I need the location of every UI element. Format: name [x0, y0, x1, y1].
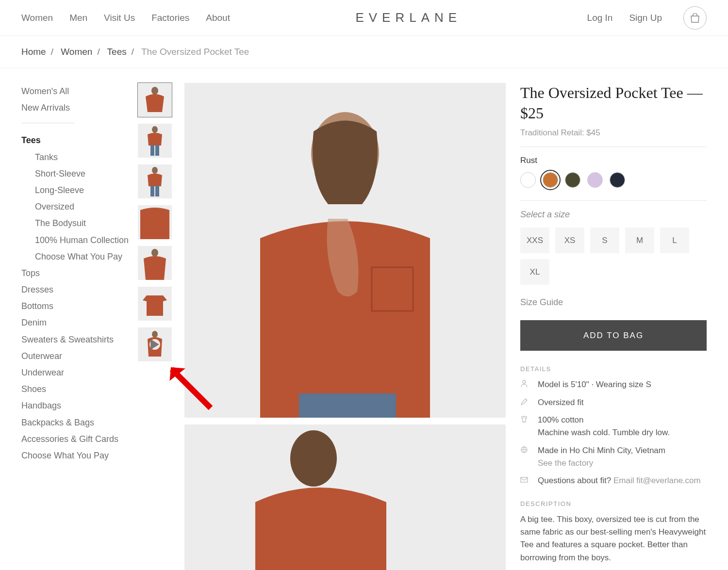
- svg-rect-19: [299, 393, 396, 418]
- size-l[interactable]: L: [660, 228, 689, 253]
- sidebar-outerwear[interactable]: Outerwear: [21, 348, 138, 364]
- nav-signup[interactable]: Sign Up: [629, 13, 662, 23]
- swatch-navy[interactable]: [610, 172, 625, 188]
- nav-about[interactable]: About: [206, 13, 230, 23]
- nav-left: Women Men Visit Us Factories About: [21, 13, 230, 23]
- sidebar-denim[interactable]: Denim: [21, 314, 138, 331]
- detail-model: Model is 5'10" · Wearing size S: [520, 378, 707, 391]
- main: Women's All New Arrivals Tees Tanks Shor…: [0, 68, 728, 570]
- sidebar-tops[interactable]: Tops: [21, 265, 138, 281]
- brand-logo[interactable]: EVERLANE: [355, 10, 462, 25]
- main-image-1[interactable]: [184, 83, 506, 418]
- svg-point-7: [152, 167, 158, 174]
- detail-questions: Questions about fit? Email fit@everlane.…: [520, 474, 707, 487]
- person-icon: [520, 378, 530, 391]
- svg-point-12: [151, 249, 158, 257]
- nav-visit[interactable]: Visit Us: [104, 13, 135, 23]
- sidebar-oversized[interactable]: Oversized: [21, 198, 138, 215]
- thumbnail-3[interactable]: [138, 164, 172, 198]
- sidebar-divider: [21, 123, 75, 123]
- swatch-lilac[interactable]: [587, 172, 603, 188]
- detail-material: 100% cottonMachine wash cold. Tumble dry…: [520, 414, 707, 440]
- add-to-bag-button[interactable]: ADD TO BAG: [520, 320, 707, 351]
- thumbnail-5[interactable]: [138, 246, 172, 280]
- sidebar-tanks[interactable]: Tanks: [21, 149, 138, 165]
- thumbnail-video[interactable]: [138, 327, 172, 361]
- crumb-tees[interactable]: Tees: [107, 47, 127, 57]
- size-selector: XXS XS S M L XL: [520, 228, 707, 285]
- email-link[interactable]: Email fit@everlane.com: [613, 476, 701, 485]
- nav-factories[interactable]: Factories: [151, 13, 189, 23]
- breadcrumb: Home/ Women/ Tees/ The Oversized Pocket …: [0, 36, 728, 68]
- main-image-stack: [184, 83, 506, 570]
- nav-men[interactable]: Men: [69, 13, 87, 23]
- crumb-women[interactable]: Women: [61, 47, 92, 57]
- size-m[interactable]: M: [625, 228, 654, 253]
- sidebar-sweaters[interactable]: Sweaters & Sweatshirts: [21, 331, 138, 348]
- factory-link[interactable]: See the factory: [538, 458, 593, 468]
- globe-icon: [520, 444, 530, 470]
- sidebar-bodysuit[interactable]: The Bodysuit: [21, 215, 138, 231]
- thumbnail-1[interactable]: [138, 83, 172, 117]
- details-heading: DETAILS: [520, 365, 707, 373]
- description-heading: DESCRIPTION: [520, 500, 707, 507]
- size-xs[interactable]: XS: [555, 228, 584, 253]
- svg-point-15: [152, 331, 158, 338]
- nav-women[interactable]: Women: [21, 13, 53, 23]
- nav-login[interactable]: Log In: [587, 13, 613, 23]
- thumbnail-4[interactable]: [138, 205, 172, 239]
- color-label: Rust: [520, 156, 707, 165]
- size-xl[interactable]: XL: [520, 259, 549, 285]
- thumbnail-2[interactable]: [138, 124, 172, 158]
- sidebar-handbags[interactable]: Handbags: [21, 397, 138, 414]
- size-s[interactable]: S: [590, 228, 619, 253]
- sidebar-bottoms[interactable]: Bottoms: [21, 298, 138, 314]
- size-xxs[interactable]: XXS: [520, 228, 549, 253]
- detail-fit-text: Oversized fit: [538, 396, 583, 409]
- shirt-icon: [520, 414, 530, 440]
- pencil-icon: [520, 396, 530, 409]
- crumb-home[interactable]: Home: [21, 47, 46, 57]
- sidebar-new-arrivals[interactable]: New Arrivals: [21, 99, 138, 116]
- sidebar-long-sleeve[interactable]: Long-Sleeve: [21, 182, 138, 198]
- sidebar: Women's All New Arrivals Tees Tanks Shor…: [21, 83, 138, 570]
- swatch-white[interactable]: [520, 172, 536, 188]
- detail-material-text: 100% cottonMachine wash cold. Tumble dry…: [538, 414, 670, 440]
- product-info: The Oversized Pocket Tee — $25 Tradition…: [520, 83, 707, 570]
- swatch-olive[interactable]: [565, 172, 580, 188]
- header: Women Men Visit Us Factories About EVERL…: [0, 0, 728, 36]
- size-prompt: Select a size: [520, 210, 707, 220]
- sidebar-underwear[interactable]: Underwear: [21, 364, 138, 381]
- swatch-rust[interactable]: [543, 172, 558, 188]
- thumbnail-6[interactable]: [138, 287, 172, 321]
- sidebar-accessories[interactable]: Accessories & Gift Cards: [21, 431, 138, 447]
- divider: [520, 147, 707, 147]
- divider: [520, 200, 707, 201]
- sidebar-womens-all[interactable]: Women's All: [21, 83, 138, 99]
- play-icon: [149, 339, 160, 350]
- detail-fit: Oversized fit: [520, 396, 707, 409]
- mail-icon: [520, 474, 530, 487]
- description-text: A big tee. This boxy, oversized tee is c…: [520, 513, 707, 564]
- sidebar-backpacks[interactable]: Backpacks & Bags: [21, 414, 138, 431]
- sidebar-100-human[interactable]: 100% Human Collection: [21, 232, 138, 248]
- retail-price: Traditional Retail: $45: [520, 128, 707, 138]
- detail-made: Made in Ho Chi Minh City, VietnamSee the…: [520, 444, 707, 470]
- main-image-2[interactable]: [184, 424, 506, 570]
- sidebar-short-sleeve[interactable]: Short-Sleeve: [21, 165, 138, 182]
- sidebar-cwyp[interactable]: Choose What You Pay: [21, 447, 138, 464]
- bag-icon[interactable]: [683, 6, 707, 30]
- svg-rect-9: [155, 186, 159, 196]
- svg-point-3: [152, 126, 158, 133]
- svg-point-21: [290, 430, 337, 487]
- size-guide-link[interactable]: Size Guide: [520, 297, 707, 308]
- crumb-current: The Oversized Pocket Tee: [141, 47, 249, 57]
- svg-rect-24: [521, 477, 528, 482]
- sidebar-cwyp-sub[interactable]: Choose What You Pay: [21, 248, 138, 265]
- sidebar-dresses[interactable]: Dresses: [21, 281, 138, 298]
- svg-rect-4: [150, 145, 154, 156]
- gallery: [138, 83, 506, 570]
- detail-model-text: Model is 5'10" · Wearing size S: [538, 378, 651, 391]
- sidebar-shoes[interactable]: Shoes: [21, 381, 138, 397]
- sidebar-tees[interactable]: Tees: [21, 132, 138, 148]
